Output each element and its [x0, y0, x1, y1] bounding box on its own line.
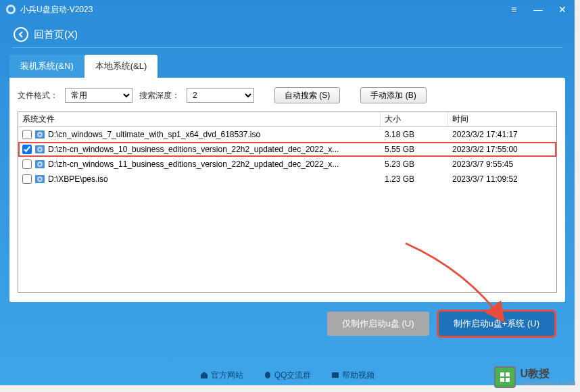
- row-checkbox[interactable]: [22, 160, 32, 169]
- file-path: D:\cn_windows_7_ultimate_with_sp1_x64_dv…: [48, 130, 260, 139]
- watermark-name: U教授: [520, 367, 576, 380]
- file-time: 2023/3/7 9:55:45: [448, 157, 556, 172]
- file-size: 1.23 GB: [381, 172, 448, 187]
- make-usb-system-button[interactable]: 制作启动u盘+系统 (U): [439, 312, 554, 336]
- file-table: 系统文件 大小 时间 D:\cn_windows_7_ultimate_with…: [18, 112, 557, 293]
- minimize-button[interactable]: —: [531, 3, 545, 16]
- format-label: 文件格式：: [18, 90, 58, 101]
- svg-point-4: [39, 134, 41, 136]
- table-row[interactable]: D:\XBPE\pes.iso1.23 GB2023/3/7 11:09:52: [18, 172, 556, 187]
- disk-icon: [34, 145, 45, 154]
- footer-buttons: 仅制作启动u盘 (U) 制作启动u盘+系统 (U): [9, 302, 565, 336]
- tab-install-system[interactable]: 装机系统(&N): [9, 55, 84, 78]
- app-icon: [5, 4, 16, 15]
- tabs: 装机系统(&N) 本地系统(&L): [9, 55, 565, 78]
- close-button[interactable]: ✕: [556, 3, 569, 16]
- titlebar: 小兵U盘启动-V2023 ≡ — ✕: [0, 0, 575, 19]
- table-row[interactable]: D:\zh-cn_windows_10_business_editions_ve…: [18, 142, 556, 157]
- row-checkbox[interactable]: [22, 145, 32, 154]
- main-panel: 文件格式： 常用 搜索深度： 2 自动搜索 (S) 手动添加 (B) 系统文件 …: [9, 78, 565, 302]
- file-size: 5.55 GB: [381, 142, 448, 157]
- file-path: D:\zh-cn_windows_11_business_editions_ve…: [48, 160, 339, 169]
- watermark-logo: [494, 366, 516, 388]
- official-site-link[interactable]: 官方网站: [200, 370, 243, 381]
- back-arrow-icon: [14, 27, 28, 42]
- disk-icon: [34, 174, 45, 184]
- manual-add-button[interactable]: 手动添加 (B): [360, 87, 426, 103]
- svg-point-1: [8, 7, 14, 12]
- table-row[interactable]: D:\zh-cn_windows_11_business_editions_ve…: [18, 157, 556, 172]
- qq-icon: [264, 371, 272, 379]
- svg-point-13: [39, 178, 41, 180]
- row-checkbox[interactable]: [22, 174, 32, 184]
- window-title: 小兵U盘启动-V2023: [20, 4, 507, 16]
- row-checkbox[interactable]: [22, 130, 32, 139]
- watermark-url: UJIAOSHOU.COM: [520, 380, 576, 387]
- depth-label: 搜索深度：: [139, 90, 180, 101]
- make-usb-only-button[interactable]: 仅制作启动u盘 (U): [327, 312, 429, 336]
- svg-rect-18: [500, 378, 504, 382]
- file-time: 2023/3/2 17:55:00: [448, 142, 556, 157]
- qq-group-link[interactable]: QQ交流群: [264, 370, 312, 381]
- tab-local-system[interactable]: 本地系统(&L): [84, 55, 158, 78]
- table-row[interactable]: D:\cn_windows_7_ultimate_with_sp1_x64_dv…: [18, 127, 556, 142]
- header-time[interactable]: 时间: [448, 112, 556, 126]
- file-time: 2023/3/7 11:09:52: [448, 172, 556, 187]
- filter-row: 文件格式： 常用 搜索深度： 2 自动搜索 (S) 手动添加 (B): [18, 87, 557, 103]
- svg-rect-15: [332, 372, 339, 378]
- back-label: 回首页(X): [34, 28, 78, 41]
- file-time: 2023/3/2 17:41:17: [448, 127, 556, 142]
- svg-rect-16: [500, 372, 504, 376]
- file-path: D:\zh-cn_windows_10_business_editions_ve…: [48, 145, 339, 154]
- bottom-bar: 官方网站 QQ交流群 帮助视频: [0, 365, 575, 385]
- format-select[interactable]: 常用: [65, 88, 132, 103]
- svg-rect-19: [506, 378, 510, 382]
- depth-select[interactable]: 2: [187, 88, 254, 103]
- auto-search-button[interactable]: 自动搜索 (S): [274, 87, 340, 103]
- file-path: D:\XBPE\pes.iso: [48, 174, 108, 184]
- file-size: 3.18 GB: [381, 127, 448, 142]
- disk-icon: [34, 160, 45, 169]
- home-icon: [200, 371, 208, 379]
- table-header: 系统文件 大小 时间: [18, 112, 556, 127]
- svg-point-14: [265, 372, 270, 378]
- menu-button[interactable]: ≡: [507, 3, 521, 16]
- header-size[interactable]: 大小: [381, 112, 448, 126]
- svg-point-10: [39, 164, 41, 166]
- file-size: 5.23 GB: [381, 157, 448, 172]
- back-button[interactable]: 回首页(X): [0, 19, 575, 47]
- header-file[interactable]: 系统文件: [18, 112, 381, 126]
- video-icon: [331, 371, 339, 379]
- divider: [12, 47, 562, 48]
- svg-rect-17: [506, 372, 510, 376]
- watermark: U教授 UJIAOSHOU.COM: [494, 366, 576, 388]
- tutorial-link[interactable]: 帮助视频: [331, 370, 374, 381]
- disk-icon: [34, 130, 45, 139]
- svg-point-7: [39, 149, 41, 151]
